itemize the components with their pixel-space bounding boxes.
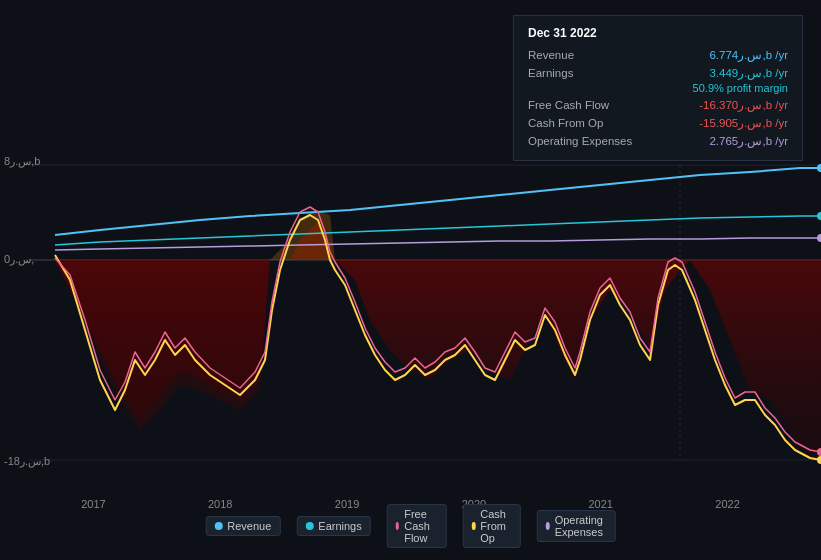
free-cash-flow-dot	[396, 522, 399, 530]
revenue-row: Revenue 6.774س.ر,b /yr	[528, 46, 788, 64]
y-axis-label-top: 8س.ر,b	[4, 155, 40, 168]
legend-cash-from-op-label: Cash From Op	[480, 508, 511, 544]
legend-operating-expenses[interactable]: Operating Expenses	[536, 510, 615, 542]
legend-earnings-label: Earnings	[318, 520, 361, 532]
x-label-2022: 2022	[715, 498, 739, 510]
cash-from-op-label: Cash From Op	[528, 117, 628, 129]
operating-expenses-row: Operating Expenses 2.765س.ر,b /yr	[528, 132, 788, 150]
y-axis-label-bot: -18س.ر,b	[4, 455, 50, 468]
free-cash-flow-label: Free Cash Flow	[528, 99, 628, 111]
earnings-dot	[305, 522, 313, 530]
earnings-value: 3.449س.ر,b /yr	[709, 66, 788, 80]
legend-revenue-label: Revenue	[227, 520, 271, 532]
legend-free-cash-flow[interactable]: Free Cash Flow	[387, 504, 447, 548]
info-box: Dec 31 2022 Revenue 6.774س.ر,b /yr Earni…	[513, 15, 803, 161]
revenue-dot	[214, 522, 222, 530]
revenue-label: Revenue	[528, 49, 628, 61]
earnings-label: Earnings	[528, 67, 628, 79]
legend-operating-expenses-label: Operating Expenses	[555, 514, 607, 538]
operating-expenses-value: 2.765س.ر,b /yr	[709, 134, 788, 148]
revenue-value: 6.774س.ر,b /yr	[709, 48, 788, 62]
operating-expenses-dot	[545, 522, 549, 530]
legend-free-cash-flow-label: Free Cash Flow	[404, 508, 438, 544]
x-label-2017: 2017	[81, 498, 105, 510]
legend-cash-from-op[interactable]: Cash From Op	[463, 504, 521, 548]
profit-margin-value: 50.9% profit margin	[693, 82, 788, 94]
operating-expenses-label: Operating Expenses	[528, 135, 632, 147]
legend: Revenue Earnings Free Cash Flow Cash Fro…	[205, 504, 616, 548]
y-axis-label-mid: 0س.ر,	[4, 253, 34, 266]
legend-revenue[interactable]: Revenue	[205, 516, 280, 536]
date-header: Dec 31 2022	[528, 26, 788, 40]
cash-from-op-row: Cash From Op -15.905س.ر,b /yr	[528, 114, 788, 132]
earnings-row: Earnings 3.449س.ر,b /yr	[528, 64, 788, 82]
cash-from-op-dot	[472, 522, 475, 530]
cash-from-op-value: -15.905س.ر,b /yr	[699, 116, 788, 130]
legend-earnings[interactable]: Earnings	[296, 516, 370, 536]
free-cash-flow-row: Free Cash Flow -16.370س.ر,b /yr	[528, 96, 788, 114]
free-cash-flow-value: -16.370س.ر,b /yr	[699, 98, 788, 112]
profit-margin-row: 50.9% profit margin	[528, 82, 788, 96]
